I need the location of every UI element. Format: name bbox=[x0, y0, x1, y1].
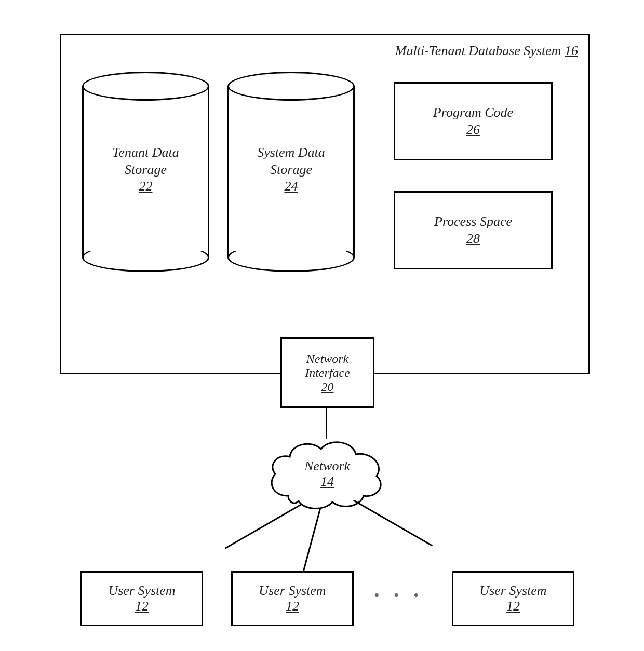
process-space-box: Process Space 28 bbox=[394, 191, 553, 269]
connector-cloud-to-user3 bbox=[353, 499, 433, 546]
cyl-label-line2: Storage bbox=[82, 161, 209, 179]
network-cloud: Network 14 bbox=[265, 433, 390, 514]
user-system-box: User System 12 bbox=[81, 571, 203, 626]
cylinder-top bbox=[227, 72, 355, 101]
cylinder-top bbox=[82, 72, 209, 101]
user-system-ref: 12 bbox=[506, 599, 520, 614]
box-ref: 28 bbox=[466, 230, 480, 248]
system-title: Multi-Tenant Database System 16 bbox=[395, 43, 578, 59]
cloud-label-text: Network bbox=[265, 458, 390, 474]
system-title-text: Multi-Tenant Database System bbox=[395, 43, 561, 58]
connector-cloud-to-user1 bbox=[225, 504, 302, 549]
user-system-box: User System 12 bbox=[231, 571, 354, 626]
ellipsis: • • • bbox=[374, 587, 424, 604]
cyl-label-line1: System Data bbox=[227, 144, 355, 161]
system-title-ref: 16 bbox=[565, 43, 578, 58]
user-system-ref: 12 bbox=[135, 599, 149, 614]
cyl-label-line2: Storage bbox=[227, 161, 355, 179]
cylinder-label: System Data Storage 24 bbox=[227, 144, 355, 195]
user-system-label: User System bbox=[479, 583, 546, 599]
cyl-label-line1: Tenant Data bbox=[82, 144, 209, 161]
multi-tenant-system-box: Multi-Tenant Database System 16 Tenant D… bbox=[60, 34, 590, 374]
user-system-box: User System 12 bbox=[452, 571, 574, 626]
diagram-canvas: Multi-Tenant Database System 16 Tenant D… bbox=[0, 0, 644, 651]
program-code-box: Program Code 26 bbox=[394, 82, 553, 160]
box-label: Program Code bbox=[433, 104, 513, 121]
nif-ref: 20 bbox=[321, 380, 334, 394]
nif-line1: Network bbox=[306, 352, 348, 366]
cylinder-bottom bbox=[82, 243, 209, 272]
network-interface-box: Network Interface 20 bbox=[280, 337, 374, 408]
box-label: Process Space bbox=[434, 213, 512, 230]
nif-line2: Interface bbox=[305, 366, 350, 380]
cyl-label-ref: 22 bbox=[82, 178, 209, 195]
cylinder-label: Tenant Data Storage 22 bbox=[82, 144, 209, 195]
box-ref: 26 bbox=[466, 121, 480, 139]
cylinder-bottom bbox=[227, 243, 355, 272]
user-system-label: User System bbox=[108, 583, 175, 599]
user-system-ref: 12 bbox=[286, 599, 299, 614]
cloud-label: Network 14 bbox=[265, 458, 390, 490]
connector-cloud-to-user2 bbox=[303, 509, 321, 572]
cyl-label-ref: 24 bbox=[227, 178, 355, 195]
user-system-label: User System bbox=[259, 583, 326, 599]
cloud-label-ref: 14 bbox=[265, 474, 390, 490]
